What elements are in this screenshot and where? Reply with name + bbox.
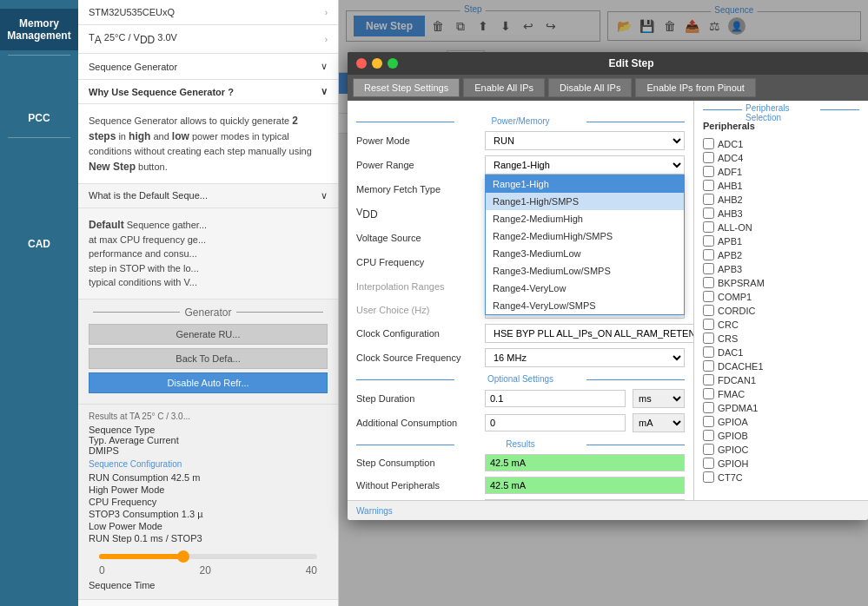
peri-checkbox-ct7c[interactable] — [703, 471, 714, 483]
peri-label-gpioa: GPIOA — [718, 417, 748, 427]
back-to-default-button[interactable]: Back To Defa... — [89, 348, 328, 369]
peri-checkbox-gpiob[interactable] — [703, 430, 714, 441]
tab-reset-step[interactable]: Reset Step Settings — [353, 78, 460, 97]
device-row-temp[interactable]: TA 25°C / VDD 3.0V › — [78, 25, 338, 54]
power-range-select[interactable]: Range1-High — [485, 155, 685, 175]
peri-checkbox-all-on[interactable] — [703, 221, 714, 233]
peri-checkbox-gpdma1[interactable] — [703, 402, 714, 413]
peri-checkbox-ahb2[interactable] — [703, 194, 714, 205]
peri-label-ahb2: AHB2 — [718, 194, 743, 205]
power-mode-select[interactable]: RUN — [485, 131, 685, 150]
slider-min: 0 — [99, 564, 105, 576]
peri-label-fmac: FMAC — [718, 389, 745, 399]
peri-checkbox-crc[interactable] — [703, 319, 714, 330]
step-duration-label: Step Duration — [356, 393, 478, 404]
tab-enable-all[interactable]: Enable All IPs — [463, 78, 545, 97]
peri-label-gpiob: GPIOB — [718, 431, 748, 441]
peri-checkbox-gpioa[interactable] — [703, 416, 714, 427]
peri-checkbox-crs[interactable] — [703, 333, 714, 344]
voltage-source-label: Voltage Source — [356, 233, 478, 243]
additional-consumption-unit[interactable]: mA — [633, 413, 685, 432]
peri-checkbox-fmac[interactable] — [703, 388, 714, 399]
sequence-generator-header[interactable]: Sequence Generator ∨ — [78, 54, 338, 80]
minimize-window-icon[interactable] — [372, 58, 382, 69]
without-peripherals-label: Without Peripherals — [356, 480, 478, 491]
dropdown-item-range4-verylow-smps[interactable]: Range4-VeryLow/SMPS — [486, 297, 684, 314]
step-duration-input[interactable] — [485, 390, 626, 407]
why-use-header[interactable]: Why Use Sequence Generator ? ∨ — [78, 80, 338, 104]
step-consumption-label: Step Consumption — [356, 458, 478, 468]
slider-thumb[interactable] — [177, 550, 189, 563]
power-range-dropdown[interactable]: Range1-High Range1-High Range1-High/SMPS… — [485, 155, 685, 175]
clock-config-select[interactable]: HSE BYP PLL ALL_IPs_ON ALL_RAM_RETENTION — [485, 324, 694, 343]
peri-checkbox-apb3[interactable] — [703, 263, 714, 274]
cpu-freq-label-left: CPU Frequency — [89, 497, 328, 507]
stop3-consumption: STOP3 Consumption 1.3 µ — [89, 509, 328, 519]
dropdown-item-range1-high-smps[interactable]: Range1-High/SMPS — [486, 193, 684, 210]
device-row-name[interactable]: STM32U535CEUxQ › — [78, 0, 338, 25]
dropdown-item-range4-verylow[interactable]: Range4-VeryLow — [486, 280, 684, 297]
modal-overlay: Edit Step Reset Step Settings Enable All… — [339, 0, 868, 606]
peri-item: APB1 — [703, 235, 859, 247]
slider-track[interactable] — [99, 554, 317, 559]
peri-checkbox-gpioc[interactable] — [703, 444, 714, 455]
vdd-label: VDD — [356, 207, 478, 221]
dropdown-item-range2-mediumhigh-smps[interactable]: Range2-MediumHigh/SMPS — [486, 227, 684, 245]
close-window-icon[interactable] — [356, 58, 367, 69]
dropdown-item-range1-high[interactable]: Range1-High — [486, 175, 684, 193]
warnings-bar: Warnings — [348, 500, 868, 520]
peri-checkbox-adc1[interactable] — [703, 138, 714, 149]
default-question-row[interactable]: What is the Default Seque... ∨ — [78, 184, 338, 208]
disable-auto-refresh-button[interactable]: Disable Auto Refr... — [89, 372, 328, 393]
sidebar-item-cad[interactable]: CAD — [0, 229, 78, 259]
peri-item: FDCAN1 — [703, 374, 859, 385]
peri-checkbox-fdcan1[interactable] — [703, 374, 714, 385]
warnings-label: Warnings — [356, 506, 393, 516]
peri-checkbox-gpioh[interactable] — [703, 458, 714, 469]
peri-checkbox-dcache1[interactable] — [703, 360, 714, 372]
optional-settings-section-title: Optional Settings — [356, 374, 685, 384]
without-peripherals-value — [485, 477, 685, 494]
peri-item: ADC4 — [703, 152, 859, 163]
peri-item: CRS — [703, 333, 859, 344]
sidebar-item-memory[interactable]: Memory Management — [0, 9, 78, 50]
run-step-label: RUN Step 0.1 ms / STOP3 — [89, 533, 328, 543]
dropdown-item-range2-mediumhigh[interactable]: Range2-MediumHigh — [486, 210, 684, 227]
sidebar-item-pcc[interactable]: PCC — [0, 103, 78, 133]
clock-config-label: Clock Configuration — [356, 328, 478, 339]
peri-checkbox-bkpsram[interactable] — [703, 277, 714, 288]
power-mode-row: Power Mode RUN — [356, 131, 685, 150]
slider-fill — [99, 554, 182, 559]
seq-config-label: Sequence Configuration — [89, 459, 328, 469]
peri-label-gpdma1: GPDMA1 — [718, 403, 758, 413]
peri-item: CORDIC — [703, 305, 859, 316]
step-duration-unit[interactable]: ms — [633, 389, 685, 408]
peri-checkbox-comp1[interactable] — [703, 291, 714, 302]
dropdown-item-range3-mediumlow-smps[interactable]: Range3-MediumLow/SMPS — [486, 262, 684, 280]
peri-checkbox-apb2[interactable] — [703, 249, 714, 260]
peri-checkbox-ahb1[interactable] — [703, 180, 714, 191]
peri-item: ADC1 — [703, 138, 859, 149]
peri-checkbox-apb1[interactable] — [703, 235, 714, 247]
peri-checkbox-adf1[interactable] — [703, 166, 714, 177]
peri-checkbox-adc4[interactable] — [703, 152, 714, 163]
generate-run-button[interactable]: Generate RU... — [89, 324, 328, 345]
peri-item: GPDMA1 — [703, 402, 859, 413]
tab-enable-pinout[interactable]: Enable IPs from Pinout — [635, 78, 756, 97]
low-power-label: Low Power Mode — [89, 521, 328, 531]
peri-item: AHB1 — [703, 180, 859, 191]
peri-checkbox-cordic[interactable] — [703, 305, 714, 316]
peri-label-adc1: ADC1 — [718, 139, 743, 149]
memory-fetch-label: Memory Fetch Type — [356, 184, 478, 194]
sequence-time-label: Sequence Time — [89, 580, 328, 590]
additional-consumption-input[interactable] — [485, 414, 626, 431]
user-choice-label: User Choice (Hz) — [356, 305, 478, 315]
maximize-window-icon[interactable] — [388, 58, 398, 69]
peri-checkbox-dac1[interactable] — [703, 346, 714, 358]
dropdown-item-range3-mediumlow[interactable]: Range3-MediumLow — [486, 245, 684, 262]
peripherals-part-row: Peripherals Part — [356, 499, 685, 500]
tab-disable-all[interactable]: Disable All IPs — [548, 78, 632, 97]
slider-row: 0 20 40 — [89, 545, 328, 580]
peri-checkbox-ahb3[interactable] — [703, 207, 714, 219]
clock-source-freq-select[interactable]: 16 MHz — [485, 348, 685, 367]
